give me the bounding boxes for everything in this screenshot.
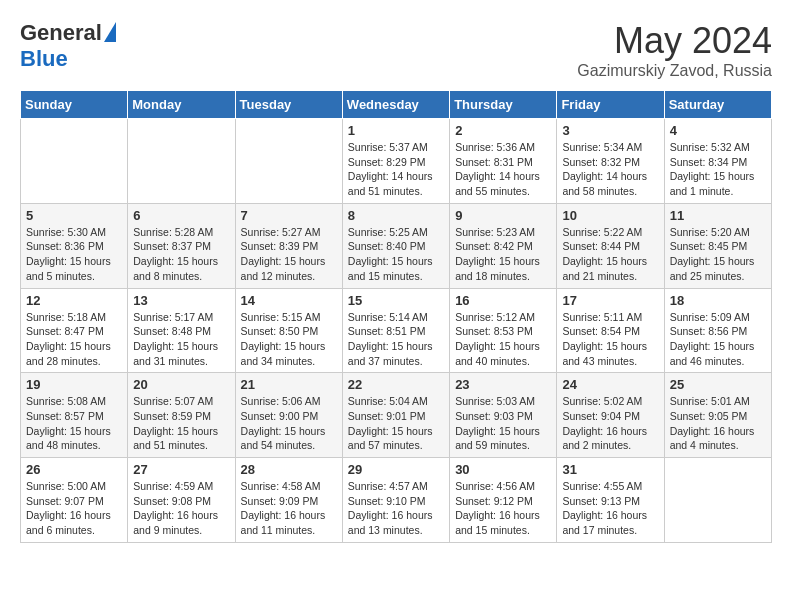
calendar-cell: 21Sunrise: 5:06 AM Sunset: 9:00 PM Dayli… (235, 373, 342, 458)
calendar-cell: 12Sunrise: 5:18 AM Sunset: 8:47 PM Dayli… (21, 288, 128, 373)
location-subtitle: Gazimurskiy Zavod, Russia (577, 62, 772, 80)
cell-content: Sunrise: 4:59 AM Sunset: 9:08 PM Dayligh… (133, 479, 229, 538)
day-number: 3 (562, 123, 658, 138)
day-number: 11 (670, 208, 766, 223)
day-number: 27 (133, 462, 229, 477)
cell-content: Sunrise: 5:03 AM Sunset: 9:03 PM Dayligh… (455, 394, 551, 453)
day-number: 2 (455, 123, 551, 138)
page-header: General Blue May 2024 Gazimurskiy Zavod,… (20, 20, 772, 80)
cell-content: Sunrise: 5:30 AM Sunset: 8:36 PM Dayligh… (26, 225, 122, 284)
day-number: 25 (670, 377, 766, 392)
cell-content: Sunrise: 5:32 AM Sunset: 8:34 PM Dayligh… (670, 140, 766, 199)
calendar-cell: 29Sunrise: 4:57 AM Sunset: 9:10 PM Dayli… (342, 458, 449, 543)
day-of-week-header: Monday (128, 91, 235, 119)
day-number: 16 (455, 293, 551, 308)
calendar-body: 1Sunrise: 5:37 AM Sunset: 8:29 PM Daylig… (21, 119, 772, 543)
day-number: 23 (455, 377, 551, 392)
cell-content: Sunrise: 4:55 AM Sunset: 9:13 PM Dayligh… (562, 479, 658, 538)
cell-content: Sunrise: 5:23 AM Sunset: 8:42 PM Dayligh… (455, 225, 551, 284)
day-number: 30 (455, 462, 551, 477)
calendar-header: SundayMondayTuesdayWednesdayThursdayFrid… (21, 91, 772, 119)
day-of-week-header: Thursday (450, 91, 557, 119)
day-number: 13 (133, 293, 229, 308)
day-number: 24 (562, 377, 658, 392)
cell-content: Sunrise: 5:25 AM Sunset: 8:40 PM Dayligh… (348, 225, 444, 284)
day-number: 7 (241, 208, 337, 223)
day-of-week-header: Saturday (664, 91, 771, 119)
cell-content: Sunrise: 5:11 AM Sunset: 8:54 PM Dayligh… (562, 310, 658, 369)
calendar-cell: 22Sunrise: 5:04 AM Sunset: 9:01 PM Dayli… (342, 373, 449, 458)
cell-content: Sunrise: 5:04 AM Sunset: 9:01 PM Dayligh… (348, 394, 444, 453)
calendar-week-row: 12Sunrise: 5:18 AM Sunset: 8:47 PM Dayli… (21, 288, 772, 373)
day-number: 17 (562, 293, 658, 308)
day-number: 26 (26, 462, 122, 477)
day-of-week-header: Wednesday (342, 91, 449, 119)
calendar-cell: 19Sunrise: 5:08 AM Sunset: 8:57 PM Dayli… (21, 373, 128, 458)
calendar-cell: 25Sunrise: 5:01 AM Sunset: 9:05 PM Dayli… (664, 373, 771, 458)
calendar-week-row: 26Sunrise: 5:00 AM Sunset: 9:07 PM Dayli… (21, 458, 772, 543)
day-number: 1 (348, 123, 444, 138)
cell-content: Sunrise: 5:12 AM Sunset: 8:53 PM Dayligh… (455, 310, 551, 369)
day-number: 8 (348, 208, 444, 223)
calendar-cell: 31Sunrise: 4:55 AM Sunset: 9:13 PM Dayli… (557, 458, 664, 543)
cell-content: Sunrise: 5:15 AM Sunset: 8:50 PM Dayligh… (241, 310, 337, 369)
calendar-table: SundayMondayTuesdayWednesdayThursdayFrid… (20, 90, 772, 543)
cell-content: Sunrise: 5:00 AM Sunset: 9:07 PM Dayligh… (26, 479, 122, 538)
calendar-cell: 23Sunrise: 5:03 AM Sunset: 9:03 PM Dayli… (450, 373, 557, 458)
calendar-cell: 5Sunrise: 5:30 AM Sunset: 8:36 PM Daylig… (21, 203, 128, 288)
calendar-cell (664, 458, 771, 543)
day-number: 29 (348, 462, 444, 477)
cell-content: Sunrise: 5:22 AM Sunset: 8:44 PM Dayligh… (562, 225, 658, 284)
cell-content: Sunrise: 5:20 AM Sunset: 8:45 PM Dayligh… (670, 225, 766, 284)
cell-content: Sunrise: 5:36 AM Sunset: 8:31 PM Dayligh… (455, 140, 551, 199)
logo: General Blue (20, 20, 116, 72)
cell-content: Sunrise: 5:09 AM Sunset: 8:56 PM Dayligh… (670, 310, 766, 369)
cell-content: Sunrise: 5:34 AM Sunset: 8:32 PM Dayligh… (562, 140, 658, 199)
calendar-week-row: 19Sunrise: 5:08 AM Sunset: 8:57 PM Dayli… (21, 373, 772, 458)
calendar-cell: 17Sunrise: 5:11 AM Sunset: 8:54 PM Dayli… (557, 288, 664, 373)
day-of-week-header: Sunday (21, 91, 128, 119)
title-block: May 2024 Gazimurskiy Zavod, Russia (577, 20, 772, 80)
day-number: 22 (348, 377, 444, 392)
cell-content: Sunrise: 5:18 AM Sunset: 8:47 PM Dayligh… (26, 310, 122, 369)
day-number: 15 (348, 293, 444, 308)
calendar-cell: 2Sunrise: 5:36 AM Sunset: 8:31 PM Daylig… (450, 119, 557, 204)
calendar-cell: 18Sunrise: 5:09 AM Sunset: 8:56 PM Dayli… (664, 288, 771, 373)
day-number: 20 (133, 377, 229, 392)
cell-content: Sunrise: 5:14 AM Sunset: 8:51 PM Dayligh… (348, 310, 444, 369)
calendar-cell: 26Sunrise: 5:00 AM Sunset: 9:07 PM Dayli… (21, 458, 128, 543)
calendar-cell: 8Sunrise: 5:25 AM Sunset: 8:40 PM Daylig… (342, 203, 449, 288)
day-of-week-header: Friday (557, 91, 664, 119)
calendar-cell: 3Sunrise: 5:34 AM Sunset: 8:32 PM Daylig… (557, 119, 664, 204)
calendar-cell: 28Sunrise: 4:58 AM Sunset: 9:09 PM Dayli… (235, 458, 342, 543)
calendar-cell: 20Sunrise: 5:07 AM Sunset: 8:59 PM Dayli… (128, 373, 235, 458)
cell-content: Sunrise: 5:28 AM Sunset: 8:37 PM Dayligh… (133, 225, 229, 284)
day-number: 31 (562, 462, 658, 477)
cell-content: Sunrise: 4:58 AM Sunset: 9:09 PM Dayligh… (241, 479, 337, 538)
calendar-cell: 27Sunrise: 4:59 AM Sunset: 9:08 PM Dayli… (128, 458, 235, 543)
calendar-cell: 16Sunrise: 5:12 AM Sunset: 8:53 PM Dayli… (450, 288, 557, 373)
cell-content: Sunrise: 5:08 AM Sunset: 8:57 PM Dayligh… (26, 394, 122, 453)
logo-triangle-icon (104, 22, 116, 42)
calendar-cell: 11Sunrise: 5:20 AM Sunset: 8:45 PM Dayli… (664, 203, 771, 288)
calendar-cell: 9Sunrise: 5:23 AM Sunset: 8:42 PM Daylig… (450, 203, 557, 288)
calendar-cell: 30Sunrise: 4:56 AM Sunset: 9:12 PM Dayli… (450, 458, 557, 543)
cell-content: Sunrise: 4:57 AM Sunset: 9:10 PM Dayligh… (348, 479, 444, 538)
logo-general-text: General (20, 20, 102, 46)
cell-content: Sunrise: 5:37 AM Sunset: 8:29 PM Dayligh… (348, 140, 444, 199)
calendar-week-row: 5Sunrise: 5:30 AM Sunset: 8:36 PM Daylig… (21, 203, 772, 288)
day-number: 19 (26, 377, 122, 392)
calendar-cell: 7Sunrise: 5:27 AM Sunset: 8:39 PM Daylig… (235, 203, 342, 288)
logo-blue-text: Blue (20, 46, 68, 72)
calendar-cell (128, 119, 235, 204)
calendar-cell: 14Sunrise: 5:15 AM Sunset: 8:50 PM Dayli… (235, 288, 342, 373)
day-number: 12 (26, 293, 122, 308)
day-number: 6 (133, 208, 229, 223)
day-of-week-header: Tuesday (235, 91, 342, 119)
month-year-title: May 2024 (577, 20, 772, 62)
cell-content: Sunrise: 5:27 AM Sunset: 8:39 PM Dayligh… (241, 225, 337, 284)
calendar-cell: 13Sunrise: 5:17 AM Sunset: 8:48 PM Dayli… (128, 288, 235, 373)
calendar-cell (21, 119, 128, 204)
day-number: 10 (562, 208, 658, 223)
calendar-cell: 10Sunrise: 5:22 AM Sunset: 8:44 PM Dayli… (557, 203, 664, 288)
